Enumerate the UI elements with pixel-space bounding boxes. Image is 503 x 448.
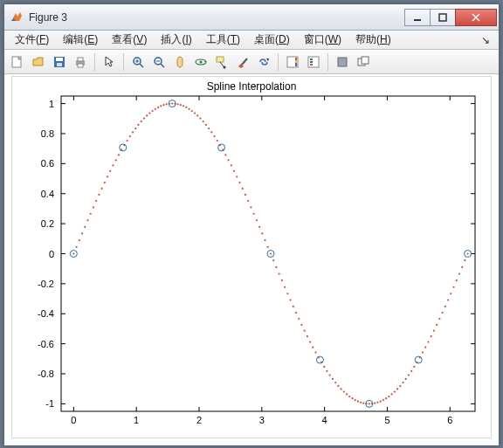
pan-icon[interactable] bbox=[170, 52, 189, 72]
svg-point-145 bbox=[228, 159, 230, 161]
brush-icon[interactable] bbox=[233, 52, 252, 72]
svg-point-155 bbox=[256, 219, 258, 221]
svg-point-171 bbox=[300, 324, 302, 326]
svg-point-193 bbox=[362, 403, 364, 404]
link-plots-icon[interactable] bbox=[254, 52, 273, 72]
svg-text:-0.4: -0.4 bbox=[38, 308, 54, 319]
svg-point-101 bbox=[104, 182, 106, 183]
menu-more-icon[interactable]: ↘ bbox=[476, 34, 495, 46]
legend-icon[interactable] bbox=[304, 52, 323, 72]
svg-point-130 bbox=[185, 107, 187, 108]
svg-point-161 bbox=[272, 259, 274, 261]
menu-view[interactable]: 查看(V) bbox=[105, 31, 154, 49]
svg-point-187 bbox=[346, 393, 348, 395]
svg-point-150 bbox=[242, 188, 244, 190]
svg-point-120 bbox=[157, 107, 159, 108]
svg-text:4: 4 bbox=[322, 415, 327, 425]
svg-point-207 bbox=[402, 382, 403, 383]
title-bar[interactable]: Figure 3 bbox=[4, 4, 499, 31]
svg-point-163 bbox=[279, 272, 280, 274]
svg-rect-9 bbox=[78, 58, 83, 61]
svg-point-94 bbox=[84, 226, 86, 228]
svg-point-211 bbox=[413, 366, 415, 368]
svg-line-21 bbox=[220, 62, 224, 66]
svg-point-205 bbox=[396, 388, 398, 389]
edit-arrow-icon[interactable] bbox=[100, 52, 119, 72]
open-file-icon[interactable] bbox=[29, 52, 48, 72]
maximize-button[interactable] bbox=[430, 9, 456, 26]
svg-point-218 bbox=[433, 330, 435, 332]
svg-point-121 bbox=[160, 105, 162, 107]
svg-line-23 bbox=[242, 59, 247, 65]
svg-point-136 bbox=[203, 121, 204, 122]
svg-point-202 bbox=[388, 396, 389, 397]
svg-text:0.2: 0.2 bbox=[41, 218, 54, 229]
svg-point-147 bbox=[233, 170, 235, 172]
minimize-button[interactable] bbox=[404, 9, 431, 26]
svg-text:2: 2 bbox=[196, 415, 202, 425]
svg-rect-26 bbox=[295, 58, 297, 60]
svg-text:0.4: 0.4 bbox=[41, 189, 54, 199]
menu-help[interactable]: 帮助(H) bbox=[348, 31, 398, 49]
svg-text:0.8: 0.8 bbox=[41, 128, 54, 139]
svg-point-96 bbox=[90, 213, 92, 215]
svg-point-153 bbox=[250, 206, 252, 208]
svg-text:0: 0 bbox=[49, 249, 54, 259]
menu-window[interactable]: 窗口(W) bbox=[297, 31, 348, 49]
menu-file[interactable]: 文件(F) bbox=[8, 31, 56, 49]
svg-point-191 bbox=[357, 401, 359, 403]
svg-point-114 bbox=[141, 121, 142, 122]
svg-point-139 bbox=[210, 131, 212, 133]
svg-point-115 bbox=[143, 118, 145, 120]
svg-text:3: 3 bbox=[259, 415, 265, 425]
svg-point-203 bbox=[390, 393, 392, 395]
close-button[interactable] bbox=[455, 9, 497, 26]
svg-point-125 bbox=[171, 102, 173, 104]
svg-point-92 bbox=[79, 239, 80, 241]
svg-point-95 bbox=[86, 219, 88, 221]
plot-area[interactable]: Spline Interpolation 0123456-1-0.8-0.6-0… bbox=[11, 76, 492, 438]
svg-point-129 bbox=[183, 105, 184, 107]
svg-point-209 bbox=[408, 374, 410, 376]
svg-point-223 bbox=[447, 300, 449, 301]
colorbar-icon[interactable] bbox=[283, 52, 302, 72]
svg-point-127 bbox=[177, 103, 179, 105]
save-icon[interactable] bbox=[50, 52, 69, 72]
svg-point-109 bbox=[127, 140, 128, 141]
svg-point-137 bbox=[205, 124, 207, 126]
menu-desktop[interactable]: 桌面(D) bbox=[247, 31, 297, 49]
hide-plot-icon[interactable] bbox=[333, 52, 352, 72]
svg-rect-20 bbox=[217, 57, 224, 62]
zoom-out-icon[interactable] bbox=[149, 52, 169, 72]
menu-tools[interactable]: 工具(T) bbox=[199, 31, 247, 49]
svg-point-221 bbox=[442, 312, 444, 314]
svg-point-103 bbox=[109, 170, 111, 172]
rotate3d-icon[interactable] bbox=[191, 52, 210, 72]
window-title: Figure 3 bbox=[29, 11, 405, 24]
menu-insert[interactable]: 插入(I) bbox=[154, 31, 198, 49]
svg-point-228 bbox=[461, 266, 463, 268]
menu-edit[interactable]: 编辑(E) bbox=[56, 31, 105, 49]
svg-point-154 bbox=[253, 213, 255, 215]
svg-point-19 bbox=[200, 60, 203, 63]
svg-point-206 bbox=[399, 385, 401, 387]
print-icon[interactable] bbox=[71, 52, 90, 72]
new-figure-icon[interactable] bbox=[8, 52, 27, 72]
svg-point-195 bbox=[369, 403, 370, 404]
svg-point-113 bbox=[137, 124, 139, 126]
svg-point-217 bbox=[431, 335, 432, 337]
svg-point-179 bbox=[323, 366, 325, 368]
svg-text:-0.2: -0.2 bbox=[38, 279, 54, 289]
show-plot-icon[interactable] bbox=[354, 52, 373, 72]
data-cursor-icon[interactable] bbox=[212, 52, 231, 72]
zoom-in-icon[interactable] bbox=[128, 52, 148, 72]
svg-point-117 bbox=[148, 112, 150, 114]
svg-point-184 bbox=[337, 385, 339, 387]
svg-rect-27 bbox=[295, 60, 297, 63]
svg-point-97 bbox=[93, 206, 94, 208]
svg-point-210 bbox=[410, 370, 412, 372]
svg-point-220 bbox=[438, 318, 440, 320]
svg-point-132 bbox=[191, 110, 193, 112]
svg-point-186 bbox=[343, 390, 345, 392]
svg-point-164 bbox=[281, 279, 283, 281]
